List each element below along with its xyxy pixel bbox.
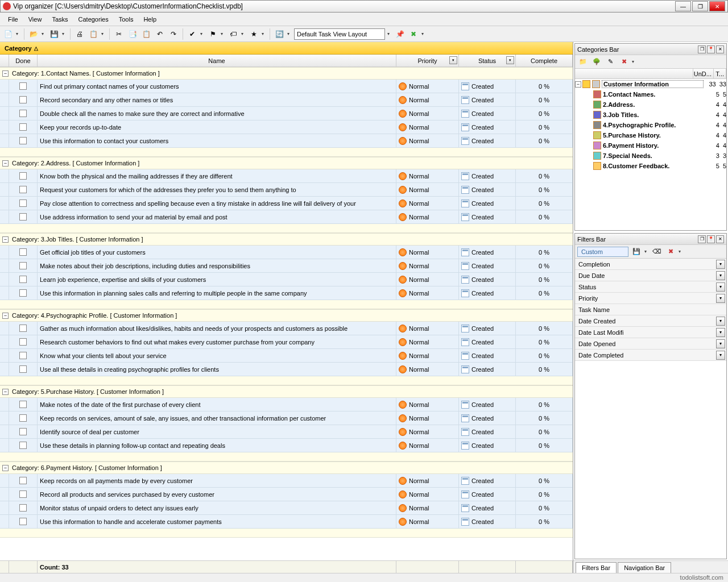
filter-row[interactable]: Completion▾ [575, 259, 726, 270]
dropdown-icon[interactable]: ▾ [716, 328, 725, 337]
category-row[interactable]: −Category: 6.Payment History. [ Customer… [0, 462, 573, 474]
restore-icon[interactable]: ❐ [698, 45, 706, 53]
close-panel-icon[interactable]: ✕ [716, 45, 724, 53]
dropdown-icon[interactable]: ▾ [716, 339, 725, 348]
col-priority[interactable]: Priority▾ [396, 55, 459, 66]
collapse-icon[interactable]: − [2, 236, 9, 243]
filter-clear-icon[interactable]: ⌫ [651, 246, 663, 257]
status-filter-icon[interactable]: ▾ [506, 56, 514, 64]
col-status[interactable]: Status▾ [459, 55, 516, 66]
layout-selector[interactable]: Default Task View Layout [294, 28, 385, 40]
filter-row[interactable]: Status▾ [575, 281, 726, 293]
menu-help[interactable]: Help [139, 14, 161, 24]
priority-filter-icon[interactable]: ▾ [449, 56, 457, 64]
category-row[interactable]: −Category: 5.Purchase History. [ Custome… [0, 385, 573, 398]
done-checkbox[interactable] [19, 325, 27, 332]
menu-file[interactable]: File [3, 14, 23, 24]
tree-root[interactable]: −Customer Information3333 [575, 79, 726, 89]
undo-icon[interactable]: ↶ [154, 28, 166, 40]
menu-categories[interactable]: Categories [74, 14, 113, 24]
filter-row[interactable]: Task Name [575, 304, 726, 315]
filter-preset-selector[interactable]: Custom [577, 247, 628, 257]
task-row[interactable]: Use this information in planning sales c… [0, 286, 573, 300]
category-row[interactable]: −Category: 2.Address. [ Customer Informa… [0, 157, 573, 169]
cat-delete-icon[interactable]: ✖ [618, 56, 630, 68]
task-row[interactable]: Keep records on all payments made by eve… [0, 474, 573, 488]
done-checkbox[interactable] [19, 82, 27, 90]
cut-icon[interactable]: ✂ [113, 28, 125, 40]
expand-icon[interactable]: − [575, 81, 581, 88]
done-checkbox[interactable] [19, 213, 27, 221]
task-row[interactable]: Pay close attention to correctness and s… [0, 197, 573, 210]
task-row[interactable]: Make notes of the date of the first purc… [0, 398, 573, 411]
done-checkbox[interactable] [19, 401, 27, 408]
cat-tree-icon[interactable]: 🌳 [591, 56, 602, 68]
task-row[interactable]: Get official job titles of your customer… [0, 246, 573, 259]
tree-item[interactable]: 5.Purchase History.44 [575, 130, 726, 140]
save-icon[interactable]: 💾 [48, 28, 60, 40]
task-row[interactable]: Double check all the names to make sure … [0, 107, 573, 120]
done-checkbox[interactable] [19, 276, 27, 283]
task-row[interactable]: Use all these details in creating psycho… [0, 363, 573, 376]
tree-item[interactable]: 6.Payment History.44 [575, 140, 726, 151]
tree-item[interactable]: 8.Customer Feedback.55 [575, 161, 726, 171]
paste-icon[interactable]: 📋 [140, 28, 152, 40]
task-row[interactable]: Use address information to send your ad … [0, 210, 573, 224]
done-checkbox[interactable] [19, 137, 27, 144]
restore-icon[interactable]: ❐ [698, 235, 706, 243]
done-checkbox[interactable] [19, 172, 27, 180]
task-row[interactable]: Monitor status of unpaid orders to detec… [0, 501, 573, 515]
dropdown-icon[interactable]: ▾ [716, 282, 725, 292]
tree-item[interactable]: 4.Psychographic Profile.44 [575, 120, 726, 130]
done-checkbox[interactable] [19, 442, 27, 449]
done-checkbox[interactable] [19, 518, 27, 525]
star-icon[interactable]: ★ [248, 28, 259, 40]
pin-icon[interactable]: 📍 [707, 45, 715, 53]
copy-icon[interactable]: 📑 [127, 28, 138, 40]
col-complete[interactable]: Complete [516, 55, 573, 66]
task-row[interactable]: Find out primary contact names of your c… [0, 80, 573, 93]
open-icon[interactable]: 📂 [28, 28, 39, 40]
task-row[interactable]: Gather as much information about likes/d… [0, 322, 573, 335]
group-by-bar[interactable]: Category△ [0, 42, 573, 55]
done-checkbox[interactable] [19, 110, 27, 117]
filter-row[interactable]: Date Opened▾ [575, 338, 726, 350]
done-checkbox[interactable] [19, 352, 27, 359]
filter-row[interactable]: Date Completed▾ [575, 350, 726, 361]
filter-row[interactable]: Date Created▾ [575, 315, 726, 327]
task-row[interactable]: Make notes about their job descriptions,… [0, 259, 573, 273]
task-row[interactable]: Keep your records up-to-dateNormalCreate… [0, 120, 573, 134]
category-row[interactable]: −Category: 4.Psychographic Profile. [ Cu… [0, 309, 573, 322]
done-checkbox[interactable] [19, 428, 27, 435]
close-button[interactable]: ✕ [709, 1, 725, 11]
filter-row[interactable]: Date Last Modifi▾ [575, 327, 726, 338]
done-checkbox[interactable] [19, 414, 27, 422]
minimize-button[interactable]: — [675, 1, 691, 11]
task-row[interactable]: Know both the physical and the mailing a… [0, 169, 573, 183]
collapse-icon[interactable]: − [2, 465, 9, 471]
dropdown-icon[interactable]: ▾ [716, 260, 725, 269]
task-row[interactable]: Use this information to handle and accel… [0, 515, 573, 529]
done-checkbox[interactable] [19, 504, 27, 512]
maximize-button[interactable]: ❐ [692, 1, 708, 11]
tab-filters-bar[interactable]: Filters Bar [576, 562, 617, 573]
done-checkbox[interactable] [19, 248, 27, 256]
delete-icon[interactable]: ✖ [408, 28, 419, 40]
dropdown-icon[interactable]: ▾ [716, 271, 725, 280]
menu-tools[interactable]: Tools [114, 14, 138, 24]
tree-item[interactable]: 7.Special Needs.33 [575, 151, 726, 161]
task-row[interactable]: Keep records on services, amount of sale… [0, 411, 573, 425]
done-checkbox[interactable] [19, 96, 27, 103]
collapse-icon[interactable]: − [2, 70, 9, 77]
tag-icon[interactable]: 🏷 [228, 28, 239, 40]
task-row[interactable]: Use this information to contact your cus… [0, 134, 573, 148]
filter-row[interactable]: Priority▾ [575, 293, 726, 304]
menu-view[interactable]: View [24, 14, 47, 24]
done-checkbox[interactable] [19, 365, 27, 373]
tree-item[interactable]: 1.Contact Names.55 [575, 89, 726, 99]
task-row[interactable]: Use these details in planning follow-up … [0, 439, 573, 452]
done-checkbox[interactable] [19, 199, 27, 207]
filter-delete-icon[interactable]: ✖ [665, 246, 676, 257]
category-row[interactable]: −Category: 3.Job Titles. [ Customer Info… [0, 233, 573, 246]
task-row[interactable]: Research customer behaviors to find out … [0, 335, 573, 349]
